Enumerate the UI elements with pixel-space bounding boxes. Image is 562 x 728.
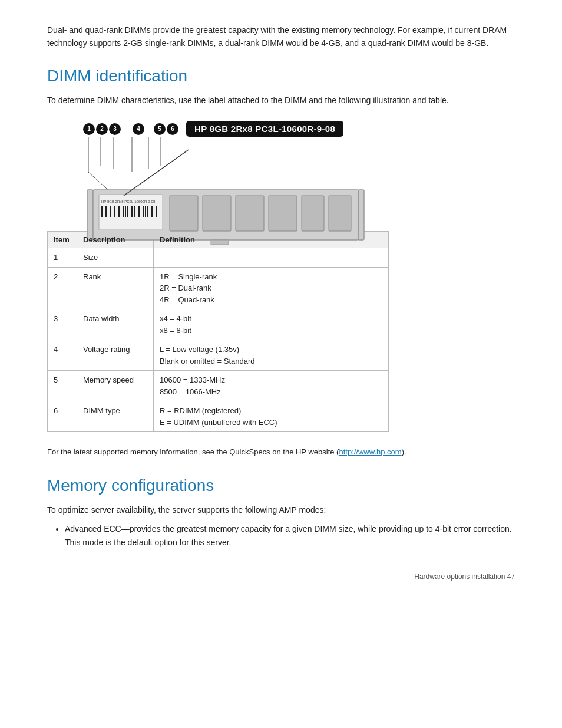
dimm-label-badge: HP 8GB 2Rx8 PC3L-10600R-9-08 [186,121,343,137]
page-footer: Hardware options installation 47 [47,572,515,581]
cell-definition: R = RDIMM (registered) E = UDIMM (unbuff… [154,401,389,432]
svg-rect-33 [147,206,148,217]
memory-section-title: Memory configurations [47,476,515,495]
svg-rect-29 [138,206,140,217]
svg-rect-12 [101,206,103,217]
circle-2: 2 [96,123,108,135]
dimm-footer-text: For the latest supported memory informat… [47,446,515,459]
cell-definition: x4 = 4-bit x8 = 8-bit [154,309,389,340]
cell-definition: 1R = Single-rank 2R = Dual-rank 4R = Qua… [154,267,389,309]
table-row: 2Rank1R = Single-rank 2R = Dual-rank 4R … [48,267,389,309]
svg-rect-15 [108,206,108,217]
svg-rect-24 [127,206,128,217]
svg-rect-17 [113,206,113,217]
cell-description: Memory speed [77,371,154,401]
bullet-item: Advanced ECC—provides the greatest memor… [65,522,515,549]
cell-item: 4 [48,340,77,371]
svg-rect-37 [156,206,157,217]
svg-rect-34 [150,206,150,217]
dimm-illustration: 1 2 3 4 5 6 HP 8GB 2Rx8 PC3L-10600R-9-08 [82,121,515,219]
col-item: Item [48,232,77,248]
circle-3: 3 [109,123,121,135]
svg-rect-16 [110,206,111,217]
svg-rect-26 [131,206,133,217]
circle-6: 6 [167,123,178,135]
cell-definition: L = Low voltage (1.35v) Blank or omitted… [154,340,389,371]
table-row: 6DIMM typeR = RDIMM (registered) E = UDI… [48,401,389,432]
table-row: 1Size— [48,248,389,268]
svg-rect-27 [134,206,135,217]
svg-line-45 [124,150,189,196]
svg-rect-18 [114,206,115,217]
svg-rect-13 [104,206,104,217]
svg-rect-40 [236,196,264,231]
dimm-table: Item Description Definition 1Size—2Rank1… [47,231,389,432]
dimm-section-title: DIMM identification [47,67,515,85]
table-row: 4Voltage ratingL = Low voltage (1.35v) B… [48,340,389,371]
svg-rect-36 [154,206,154,217]
svg-rect-28 [137,206,137,217]
circle-5: 5 [154,123,166,135]
dimm-connector-svg: HP 8GB 2Rx8 PC3L-10600R-9-08 [82,137,377,219]
svg-rect-23 [125,206,126,217]
table-row: 3Data widthx4 = 4-bit x8 = 8-bit [48,309,389,340]
cell-item: 6 [48,401,77,432]
memory-section-desc: To optimize server availability, the ser… [47,503,515,516]
svg-rect-32 [145,206,146,217]
svg-rect-43 [329,196,351,231]
svg-rect-8 [358,190,364,240]
circle-1: 1 [83,123,95,135]
cell-description: Voltage rating [77,340,154,371]
svg-rect-30 [141,206,141,217]
svg-rect-39 [203,196,231,231]
svg-rect-14 [105,206,107,217]
svg-rect-21 [121,206,121,217]
dimm-section-desc: To determine DIMM characteristics, use t… [47,94,515,107]
svg-rect-31 [143,206,144,217]
svg-rect-19 [117,206,117,217]
cell-description: DIMM type [77,401,154,432]
svg-rect-38 [170,196,198,231]
cell-definition: — [154,248,389,268]
svg-rect-25 [130,206,130,217]
hp-website-link[interactable]: http://www.hp.com [339,447,401,456]
table-row: 5Memory speed10600 = 1333-MHz 8500 = 106… [48,371,389,401]
memory-bullet-list: Advanced ECC—provides the greatest memor… [65,522,515,549]
cell-item: 5 [48,371,77,401]
circle-4: 4 [133,123,144,135]
cell-description: Rank [77,267,154,309]
cell-item: 2 [48,267,77,309]
cell-definition: 10600 = 1333-MHz 8500 = 1066-MHz [154,371,389,401]
svg-rect-42 [302,196,324,231]
svg-text:HP 8GB 2Rx8 PC3L-10600R-9-08: HP 8GB 2Rx8 PC3L-10600R-9-08 [101,200,156,203]
intro-paragraph: Dual- and quad-rank DIMMs provide the gr… [47,24,515,50]
svg-rect-35 [151,206,153,217]
svg-rect-20 [118,206,120,217]
cell-description: Size [77,248,154,268]
svg-rect-22 [123,206,124,217]
cell-description: Data width [77,309,154,340]
svg-rect-41 [269,196,297,231]
svg-rect-44 [211,240,229,245]
cell-item: 3 [48,309,77,340]
cell-item: 1 [48,248,77,268]
svg-rect-7 [87,190,93,240]
